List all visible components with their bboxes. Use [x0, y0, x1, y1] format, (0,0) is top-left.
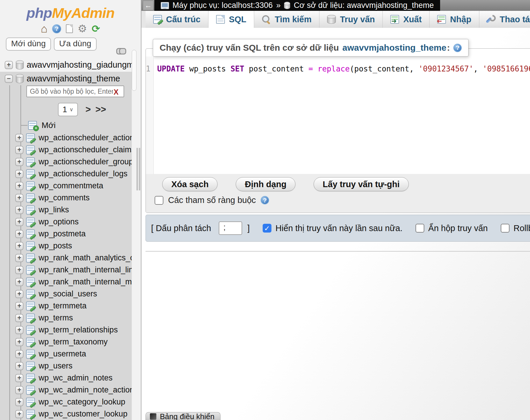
table-row[interactable]: + wp_social_users [0, 288, 132, 300]
main-tab[interactable]: SQL [208, 11, 254, 28]
sql-code-line[interactable]: UPDATE wp_posts SET post_content = repla… [154, 57, 530, 175]
table-name[interactable]: wp_wc_category_lookup [39, 397, 132, 407]
table-name[interactable]: wp_comments [39, 193, 132, 202]
clear-button[interactable]: Xóa sạch [162, 177, 218, 191]
expand-icon[interactable]: + [15, 206, 23, 214]
sql-code-editor[interactable]: 1 UPDATE wp_posts SET post_content = rep… [146, 57, 530, 175]
expand-icon[interactable]: + [15, 158, 23, 166]
expand-icon[interactable]: + [15, 314, 23, 322]
table-row[interactable]: + wp_term_relationships [0, 324, 132, 336]
breadcrumb-database[interactable]: Cơ sở dữ liệu: awavvmjahosting_theme [294, 1, 434, 10]
expand-icon[interactable]: + [15, 410, 23, 418]
phpmyadmin-logo[interactable]: phpMyAdmin [0, 5, 141, 21]
help-icon[interactable]: ? [52, 24, 61, 33]
expand-icon[interactable]: + [15, 182, 23, 190]
expand-icon[interactable]: + [15, 350, 23, 358]
expand-icon[interactable]: + [15, 242, 23, 250]
panel-resizer-grip[interactable] [139, 148, 140, 190]
table-row[interactable]: + wp_wc_category_lookup [0, 396, 132, 408]
table-row[interactable]: + wp_comments [0, 192, 132, 204]
table-name[interactable]: wp_wc_admin_notes [39, 373, 132, 383]
filter-clear-icon[interactable]: X [114, 88, 119, 96]
sidebar-quick-tab[interactable]: Ưa dùng [54, 37, 97, 51]
collapse-icon[interactable]: − [5, 75, 13, 83]
delimiter-input[interactable] [219, 221, 242, 235]
expand-icon[interactable]: + [15, 398, 23, 406]
table-name[interactable]: wp_links [39, 205, 132, 214]
expand-icon[interactable]: + [15, 278, 23, 286]
table-name[interactable]: wp_postmeta [39, 229, 132, 238]
expand-icon[interactable]: + [15, 230, 23, 238]
table-row[interactable]: + wp_rank_math_internal_links [0, 264, 132, 276]
bind-parameters-checkbox[interactable] [155, 196, 163, 205]
table-name[interactable]: wp_rank_math_analytics_objects [39, 253, 132, 262]
main-tab[interactable]: Tìm kiếm [254, 11, 319, 28]
database-item-collapsed[interactable]: + awavvmjahosting_giadungmur [0, 58, 132, 72]
table-row[interactable]: + wp_options [0, 216, 132, 228]
settings-gear-icon[interactable]: ⚙ [78, 24, 87, 34]
table-row[interactable]: + wp_termmeta [0, 300, 132, 312]
table-name[interactable]: wp_terms [39, 313, 132, 322]
database-name[interactable]: awavvmjahosting_giadungmur [27, 60, 132, 70]
option-checkbox[interactable] [416, 224, 424, 233]
table-name[interactable]: wp_users [39, 361, 132, 371]
table-name[interactable]: wp_actionscheduler_claims [39, 145, 132, 154]
database-name[interactable]: awavvmjahosting_theme [27, 74, 120, 83]
table-name[interactable]: wp_actionscheduler_actions [39, 133, 132, 142]
table-row[interactable]: + wp_actionscheduler_groups [0, 156, 132, 168]
table-name[interactable]: wp_wc_admin_note_actions [39, 385, 132, 395]
table-name[interactable]: wp_wc_customer_lookup [39, 409, 132, 419]
table-name[interactable]: wp_termmeta [39, 301, 132, 310]
table-row[interactable]: + wp_links [0, 204, 132, 216]
home-icon[interactable]: ⌂ [41, 24, 47, 34]
expand-icon[interactable]: + [15, 302, 23, 310]
format-button[interactable]: Định dạng [236, 177, 295, 191]
new-table-item[interactable]: Mới [0, 119, 132, 132]
table-name[interactable]: wp_posts [39, 241, 132, 250]
table-row[interactable]: + wp_wc_customer_lookup [0, 408, 132, 420]
link-with-main-panel-icon[interactable] [116, 48, 126, 53]
page-select[interactable]: 1 ∨ [58, 103, 78, 116]
expand-icon[interactable]: + [5, 61, 13, 69]
expand-icon[interactable]: + [15, 386, 23, 394]
sidebar-scrollbar-thumb[interactable] [132, 50, 136, 91]
refresh-icon[interactable]: ⟳ [92, 24, 100, 34]
main-tab[interactable]: Thao tác [479, 11, 530, 28]
collapse-sidebar-button[interactable]: ← [143, 1, 153, 10]
database-item-expanded[interactable]: − awavvmjahosting_theme [0, 72, 132, 86]
table-row[interactable]: + wp_users [0, 360, 132, 372]
table-row[interactable]: + wp_actionscheduler_claims [0, 144, 132, 156]
option-checkbox[interactable] [263, 224, 271, 233]
legend-database-link[interactable]: awavvmjahosting_theme [342, 43, 446, 53]
expand-icon[interactable]: + [15, 146, 23, 154]
table-row[interactable]: + wp_commentmeta [0, 180, 132, 192]
table-name[interactable]: wp_actionscheduler_groups [39, 157, 132, 166]
expand-icon[interactable]: + [15, 362, 23, 370]
table-name[interactable]: wp_rank_math_internal_links [39, 265, 132, 274]
table-name[interactable]: wp_usermeta [39, 349, 132, 358]
breadcrumb-server[interactable]: Máy phục vụ: localhost:3306 [172, 1, 273, 10]
table-row[interactable]: + wp_actionscheduler_logs [0, 168, 132, 180]
table-row[interactable]: + wp_rank_math_analytics_objects [0, 252, 132, 264]
table-row[interactable]: + wp_posts [0, 240, 132, 252]
table-name[interactable]: wp_term_relationships [39, 325, 132, 334]
expand-icon[interactable]: + [15, 194, 23, 202]
help-icon[interactable]: ? [453, 44, 462, 52]
table-name[interactable]: wp_commentmeta [39, 181, 132, 190]
table-row[interactable]: + wp_actionscheduler_actions [0, 132, 132, 144]
main-tab[interactable]: Nhập [430, 11, 479, 28]
expand-icon[interactable]: + [15, 254, 23, 262]
table-name[interactable]: wp_rank_math_internal_meta [39, 277, 132, 286]
documentation-icon[interactable] [66, 24, 73, 33]
table-row[interactable]: + wp_term_taxonomy [0, 336, 132, 348]
table-row[interactable]: + wp_wc_admin_note_actions [0, 384, 132, 396]
last-page-link[interactable]: >> [95, 104, 106, 115]
table-name[interactable]: wp_actionscheduler_logs [39, 169, 132, 178]
console-toggle[interactable]: Bảng điều khiển [146, 412, 220, 420]
main-tab[interactable]: Cấu trúc [146, 11, 208, 28]
table-row[interactable]: + wp_terms [0, 312, 132, 324]
main-tab[interactable]: Xuất [383, 11, 430, 28]
main-tab[interactable]: Truy vấn [319, 11, 383, 28]
panel-resizer-grip[interactable] [136, 148, 138, 190]
table-row[interactable]: + wp_postmeta [0, 228, 132, 240]
